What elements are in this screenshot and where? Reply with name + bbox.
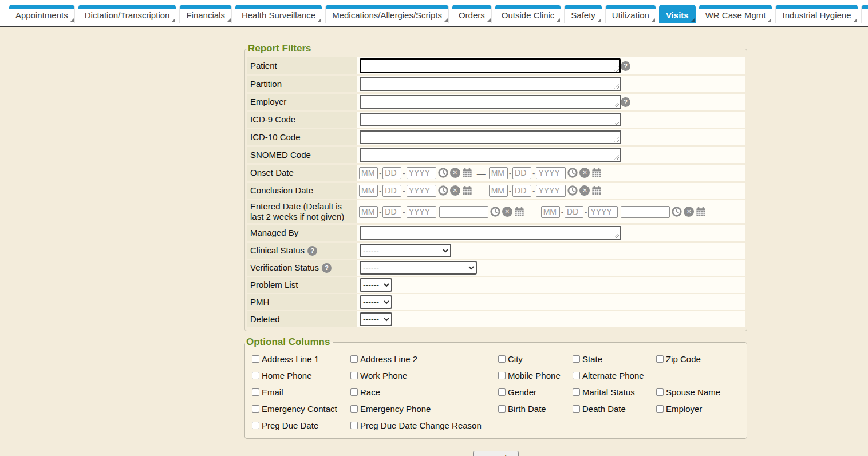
day-input[interactable] [382, 206, 401, 218]
time-input[interactable] [439, 206, 488, 218]
optional-column-mobile-phone[interactable]: Mobile Phone [498, 370, 573, 382]
optional-column-address-line-2[interactable]: Address Line 2 [350, 353, 498, 365]
month-input[interactable] [359, 167, 378, 179]
calendar-icon[interactable] [591, 168, 602, 178]
optional-column-home-phone[interactable]: Home Phone [252, 370, 350, 382]
checkbox-icon[interactable] [350, 372, 358, 379]
tab-dictation-transcription[interactable]: Dictation/Transcription [78, 5, 177, 23]
tab-visits[interactable]: Visits [659, 5, 696, 23]
optional-column-race[interactable]: Race [350, 386, 498, 398]
checkbox-icon[interactable] [252, 422, 259, 429]
calendar-icon[interactable] [591, 185, 602, 196]
checkbox-icon[interactable] [656, 405, 664, 413]
tab-health-surveillance[interactable]: Health Surveillance [235, 5, 322, 23]
icd-10-code-input[interactable] [360, 130, 621, 144]
optional-column-employer[interactable]: Employer [656, 403, 741, 415]
checkbox-icon[interactable] [350, 422, 358, 429]
optional-column-work-phone[interactable]: Work Phone [350, 370, 498, 382]
tab-orders[interactable]: Orders [452, 5, 492, 23]
optional-column-birth-date[interactable]: Birth Date [498, 403, 573, 415]
day-input[interactable] [565, 206, 583, 218]
year-input[interactable] [407, 185, 436, 197]
optional-column-emergency-phone[interactable]: Emergency Phone [350, 403, 498, 415]
optional-column-city[interactable]: City [498, 353, 573, 365]
tab-medications-allergies-scripts[interactable]: Medications/Allergies/Scripts [325, 5, 449, 23]
clock-icon[interactable] [567, 168, 578, 178]
optional-column-alternate-phone[interactable]: Alternate Phone [573, 370, 656, 382]
clock-icon[interactable] [438, 185, 448, 196]
clear-icon[interactable]: ✕ [502, 207, 512, 217]
day-input[interactable] [512, 185, 531, 197]
calendar-icon[interactable] [462, 168, 472, 178]
optional-column-emergency-contact[interactable]: Emergency Contact [252, 403, 350, 415]
month-input[interactable] [359, 206, 378, 218]
year-input[interactable] [536, 185, 566, 197]
optional-column-gender[interactable]: Gender [498, 386, 573, 398]
optional-column-preg-due-date-change-reason[interactable]: Preg Due Date Change Reason [350, 419, 498, 431]
tab-hr-data-feed[interactable]: HR Data Feed [861, 5, 868, 23]
checkbox-icon[interactable] [252, 355, 259, 363]
month-input[interactable] [489, 167, 508, 179]
optional-column-spouse-name[interactable]: Spouse Name [656, 386, 741, 398]
help-icon[interactable]: ? [621, 61, 630, 71]
tab-outside-clinic[interactable]: Outside Clinic [495, 5, 562, 23]
checkbox-icon[interactable] [498, 388, 506, 396]
checkbox-icon[interactable] [573, 355, 580, 363]
month-input[interactable] [359, 185, 378, 197]
clear-icon[interactable]: ✕ [450, 168, 460, 178]
checkbox-icon[interactable] [350, 355, 358, 363]
employer-input[interactable] [360, 95, 621, 109]
optional-column-preg-due-date[interactable]: Preg Due Date [252, 419, 350, 431]
checkbox-icon[interactable] [498, 405, 506, 413]
optional-column-email[interactable]: Email [252, 386, 350, 398]
snomed-code-input[interactable] [360, 148, 621, 162]
calendar-icon[interactable] [462, 185, 472, 196]
help-icon[interactable]: ? [322, 263, 332, 273]
day-input[interactable] [382, 185, 401, 197]
icd-9-code-input[interactable] [360, 113, 621, 126]
year-input[interactable] [536, 167, 566, 179]
optional-column-address-line-1[interactable]: Address Line 1 [252, 353, 350, 365]
checkbox-icon[interactable] [252, 372, 259, 379]
clear-icon[interactable]: ✕ [579, 185, 590, 196]
checkbox-icon[interactable] [252, 405, 259, 413]
checkbox-icon[interactable] [656, 355, 664, 363]
calendar-icon[interactable] [696, 207, 706, 217]
year-input[interactable] [407, 206, 436, 218]
optional-column-marital-status[interactable]: Marital Status [573, 386, 656, 398]
optional-column-zip-code[interactable]: Zip Code [656, 353, 741, 365]
clinical-status-select[interactable]: ------ [360, 244, 451, 257]
pmh-select[interactable]: ------ [360, 295, 392, 309]
time-input[interactable] [621, 206, 670, 218]
verification-status-select[interactable]: ------ [360, 261, 477, 275]
day-input[interactable] [512, 167, 531, 179]
checkbox-icon[interactable] [350, 388, 358, 396]
clear-icon[interactable]: ✕ [450, 185, 460, 196]
year-input[interactable] [407, 167, 436, 179]
managed-by-input[interactable] [360, 226, 621, 240]
year-input[interactable] [588, 206, 618, 218]
clock-icon[interactable] [567, 185, 578, 196]
checkbox-icon[interactable] [573, 405, 580, 413]
checkbox-icon[interactable] [656, 388, 664, 396]
help-icon[interactable]: ? [621, 97, 630, 107]
tab-safety[interactable]: Safety [564, 5, 602, 23]
month-input[interactable] [489, 185, 508, 197]
tab-appointments[interactable]: Appointments [9, 5, 75, 23]
tab-financials[interactable]: Financials [179, 5, 232, 23]
checkbox-icon[interactable] [350, 405, 358, 413]
patient-input[interactable] [360, 58, 621, 73]
search-button[interactable]: Search [473, 451, 519, 456]
clock-icon[interactable] [438, 168, 448, 178]
month-input[interactable] [541, 206, 560, 218]
checkbox-icon[interactable] [498, 372, 506, 379]
tab-industrial-hygiene[interactable]: Industrial Hygiene [775, 5, 858, 23]
checkbox-icon[interactable] [252, 388, 259, 396]
help-icon[interactable]: ? [307, 246, 317, 256]
optional-column-state[interactable]: State [573, 353, 656, 365]
tab-wr-case-mgmt[interactable]: WR Case Mgmt [699, 5, 773, 23]
checkbox-icon[interactable] [573, 388, 580, 396]
checkbox-icon[interactable] [573, 372, 580, 379]
partition-input[interactable] [360, 77, 621, 91]
day-input[interactable] [382, 167, 401, 179]
